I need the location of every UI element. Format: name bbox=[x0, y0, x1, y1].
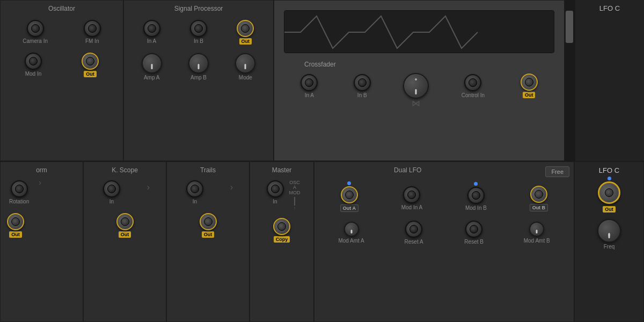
master-panel: Master In OSC A MOD ↑ Copy bbox=[250, 162, 314, 323]
cf-in-b-group: In B bbox=[354, 74, 371, 98]
cf-out-jack[interactable] bbox=[521, 74, 538, 91]
lfo-c-blue-dot bbox=[608, 177, 611, 180]
cf-in-a-jack[interactable] bbox=[301, 74, 318, 91]
trails-in-jack[interactable] bbox=[186, 180, 203, 197]
top-row: Oscillator Camera In FM In Mod In bbox=[0, 0, 644, 162]
lfo-c-out-label: Out bbox=[603, 206, 616, 213]
sig-in-b-jack[interactable] bbox=[190, 20, 207, 37]
lfo-out-a-label: Out A bbox=[340, 204, 358, 212]
kscope-in-label: In bbox=[109, 199, 114, 204]
trails-ports: In › bbox=[171, 178, 245, 207]
blue-dot-a bbox=[347, 181, 351, 185]
cf-in-b-jack[interactable] bbox=[354, 74, 371, 91]
wb-rotation-label: Rotation bbox=[9, 199, 29, 204]
lfo-mod-amt-a-group: Mod Amt A bbox=[338, 222, 364, 244]
sig-in-a-jack[interactable] bbox=[143, 20, 160, 37]
lfo-reset-a-jack[interactable] bbox=[405, 221, 422, 238]
camera-in-label: Camera In bbox=[23, 38, 48, 44]
kscope-in-jack[interactable] bbox=[103, 180, 120, 197]
scrollbar-thumb[interactable] bbox=[566, 11, 573, 43]
waveform-svg bbox=[284, 11, 554, 53]
kscope-arrow-icon: › bbox=[147, 182, 150, 192]
waveform-display bbox=[284, 10, 554, 53]
signal-processor-panel: Signal Processor In A In B Out bbox=[123, 0, 274, 161]
dual-lfo-top-ports: Out A Mod In A Mod In B Out B bbox=[319, 179, 569, 214]
camera-in-jack[interactable] bbox=[27, 20, 44, 37]
lfo-mod-amt-b-knob[interactable] bbox=[529, 222, 544, 237]
waveform-area: Crossfader In A In B bbox=[274, 0, 565, 161]
lfo-mod-amt-b-label: Mod Amt B bbox=[524, 238, 550, 244]
fm-in-group: FM In bbox=[84, 20, 101, 44]
trails-in-label: In bbox=[193, 199, 197, 204]
mod-in-label: Mod In bbox=[25, 71, 42, 77]
sig-out-jack[interactable] bbox=[237, 20, 254, 37]
wb-jack[interactable] bbox=[11, 180, 28, 197]
spacer bbox=[410, 182, 414, 186]
amp-b-knob[interactable] bbox=[188, 53, 209, 74]
lfo-c-freq-label: Freq bbox=[604, 244, 615, 250]
lfo-c-panel: LFO C Out Freq bbox=[574, 162, 644, 323]
osc-out-label: Out bbox=[84, 71, 97, 77]
lfo-mod-in-a-jack[interactable] bbox=[403, 186, 420, 203]
cf-control-in-jack[interactable] bbox=[464, 74, 481, 91]
kscope-out-jack[interactable] bbox=[116, 213, 134, 230]
sig-in-b-group: In B bbox=[190, 20, 207, 44]
wb-ty-jack[interactable] bbox=[7, 213, 24, 230]
lfo-reset-a-label: Reset A bbox=[405, 239, 423, 245]
amp-a-knob[interactable] bbox=[142, 53, 162, 74]
wb-ty-label: Out bbox=[9, 231, 22, 238]
lfo-reset-b-jack[interactable] bbox=[465, 221, 482, 238]
cf-control-in-label: Control In bbox=[462, 92, 485, 98]
lfo-c-freq-group: Freq bbox=[597, 219, 621, 250]
bottom-row: orm Rotation › Out K. Scope bbox=[0, 162, 644, 323]
sig-in-b-label: In B bbox=[194, 38, 203, 44]
master-out-group: Copy bbox=[273, 218, 290, 243]
lfo-out-b-label: Out B bbox=[530, 204, 548, 211]
crossfader-knob[interactable] bbox=[403, 73, 429, 99]
scrollbar[interactable] bbox=[565, 0, 574, 161]
lfo-c-freq-knob[interactable] bbox=[597, 219, 621, 243]
fm-in-jack[interactable] bbox=[84, 20, 101, 37]
master-in-jack[interactable] bbox=[267, 180, 284, 197]
master-out-jack[interactable] bbox=[273, 218, 290, 235]
lfo-out-a-jack[interactable] bbox=[341, 186, 358, 203]
trails-out-group: Out bbox=[200, 213, 217, 238]
wb-out-group: Rotation bbox=[9, 180, 29, 204]
trails-out-jack[interactable] bbox=[200, 213, 217, 230]
crossfader-ports: In A In B ⋈ Contro bbox=[283, 71, 555, 100]
osc-mod-label: OSC A MOD ↑ bbox=[289, 180, 301, 212]
lfo-mod-amt-a-knob[interactable] bbox=[344, 222, 359, 237]
waveform-bottom-panel: orm Rotation › Out bbox=[0, 162, 83, 323]
lfo-mod-in-b-group: Mod In B bbox=[465, 182, 487, 211]
lfo-mod-in-b-jack[interactable] bbox=[467, 187, 485, 204]
trails-title: Trails bbox=[171, 166, 245, 174]
crossfader-section: Crossfader In A In B bbox=[279, 58, 560, 103]
mode-knob[interactable] bbox=[235, 53, 255, 74]
wb-ty-group: Out bbox=[7, 213, 24, 238]
lfo-out-b-jack[interactable] bbox=[530, 186, 547, 203]
lfo-mod-amt-b-group: Mod Amt B bbox=[524, 222, 550, 244]
lfo-c-out-jack[interactable] bbox=[598, 181, 620, 204]
lfo-reset-b-label: Reset B bbox=[464, 239, 484, 245]
bowtie-icon: ⋈ bbox=[412, 98, 420, 108]
signal-bottom-knobs: Amp A Amp B Mode bbox=[128, 47, 269, 83]
trails-arrow-icon: › bbox=[230, 182, 233, 192]
kscope-ports: In › bbox=[88, 178, 162, 207]
lfo-mod-amt-a-label: Mod Amt A bbox=[338, 238, 364, 244]
lfo-mod-in-a-label: Mod In A bbox=[401, 204, 422, 210]
master-top: In OSC A MOD ↑ bbox=[254, 178, 309, 212]
oscillator-panel: Oscillator Camera In FM In Mod In bbox=[0, 0, 123, 161]
free-button[interactable]: Free bbox=[545, 166, 569, 177]
sig-out-group: Out bbox=[237, 20, 254, 45]
master-in-group: In bbox=[267, 180, 284, 204]
mod-in-jack[interactable] bbox=[25, 53, 42, 70]
kscope-out-group: Out bbox=[116, 213, 134, 238]
amp-b-label: Amp B bbox=[191, 75, 207, 80]
osc-out-jack[interactable] bbox=[82, 53, 99, 70]
kscope-in-group: In bbox=[103, 180, 120, 204]
wb-arrow-group: › bbox=[36, 178, 43, 187]
amp-b-group: Amp B bbox=[188, 53, 209, 80]
osc-mod-line bbox=[294, 197, 295, 206]
crossfader-knob-section: ⋈ bbox=[403, 73, 429, 99]
trails-panel: Trails In › Out bbox=[166, 162, 250, 323]
